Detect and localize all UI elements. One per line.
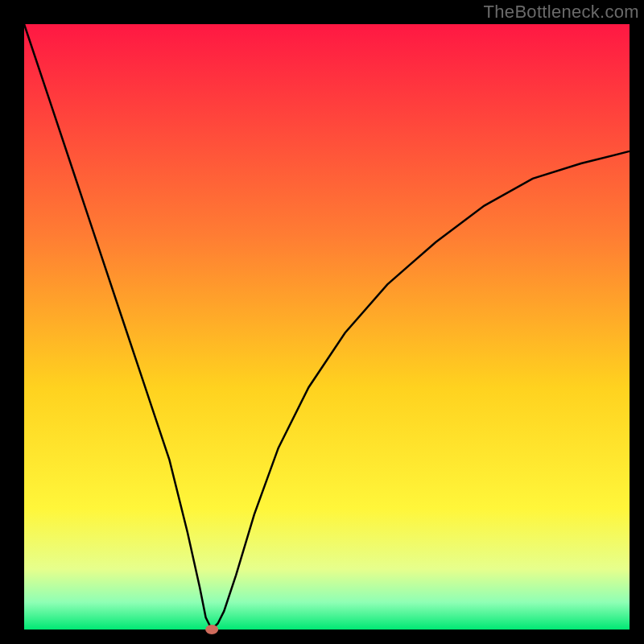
chart-frame: TheBottleneck.com [0, 0, 644, 644]
plot-background [24, 24, 630, 630]
optimal-point-marker [205, 625, 218, 634]
bottleneck-chart [0, 0, 644, 644]
watermark-text: TheBottleneck.com [484, 2, 639, 23]
